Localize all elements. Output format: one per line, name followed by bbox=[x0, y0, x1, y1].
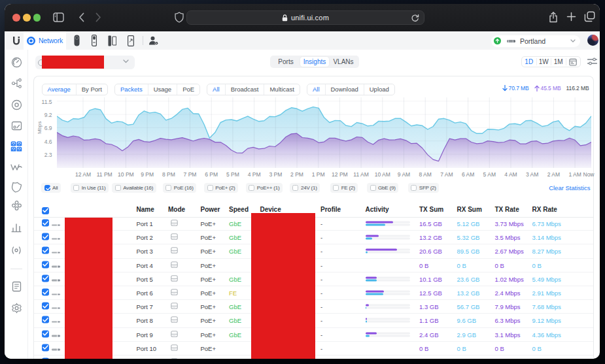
row-checkbox[interactable] bbox=[42, 303, 49, 310]
sidebar-item-wifi[interactable] bbox=[9, 159, 24, 175]
range-1m[interactable]: 1M bbox=[551, 58, 566, 65]
chip-checkbox[interactable] bbox=[207, 185, 213, 191]
sidebar-item-clients[interactable] bbox=[9, 118, 24, 133]
sidebar-item-vpn[interactable] bbox=[9, 197, 24, 213]
row-checkbox[interactable] bbox=[42, 261, 49, 268]
user-avatar[interactable] bbox=[587, 35, 598, 46]
range-1w[interactable]: 1W bbox=[537, 58, 552, 65]
connect-display-icon[interactable] bbox=[124, 34, 137, 47]
protect-camera-icon[interactable] bbox=[70, 34, 83, 47]
chip-checkbox[interactable] bbox=[115, 185, 121, 191]
port-name[interactable]: Port 5 bbox=[137, 275, 153, 282]
port-filter-chip[interactable]: PoE (16) bbox=[163, 183, 196, 193]
port-filter-chip[interactable]: In Use (11) bbox=[71, 183, 109, 193]
select-all-checkbox[interactable] bbox=[42, 207, 49, 214]
traffic-chart[interactable] bbox=[57, 97, 591, 168]
site-switcher[interactable]: Portland bbox=[491, 35, 580, 47]
filter-option[interactable]: Upload bbox=[364, 84, 394, 95]
port-name[interactable]: Port 3 bbox=[137, 248, 153, 255]
column-header-activity[interactable]: Activity bbox=[366, 206, 389, 213]
column-header-name[interactable]: Name bbox=[137, 206, 154, 213]
share-icon[interactable] bbox=[549, 12, 558, 23]
chip-checkbox[interactable] bbox=[411, 185, 417, 191]
filter-option[interactable]: PoE bbox=[177, 84, 199, 95]
chip-checkbox[interactable] bbox=[249, 185, 254, 191]
column-header-power[interactable]: Power bbox=[201, 206, 220, 213]
filter-option[interactable]: All bbox=[207, 84, 226, 95]
back-icon[interactable] bbox=[78, 12, 84, 22]
column-header-txsum[interactable]: TX Sum bbox=[419, 206, 443, 213]
calendar-icon[interactable] bbox=[566, 58, 581, 65]
port-name[interactable]: Port 7 bbox=[137, 303, 153, 310]
column-header-profile[interactable]: Profile bbox=[320, 206, 341, 213]
port-filter-chip[interactable]: All bbox=[41, 183, 61, 193]
chip-checkbox[interactable] bbox=[370, 185, 376, 191]
column-header-mode[interactable]: Mode bbox=[168, 206, 185, 213]
chip-checkbox[interactable] bbox=[165, 185, 171, 191]
sidebar-item-unifi-devices[interactable] bbox=[9, 97, 24, 112]
column-header-device[interactable]: Device bbox=[260, 206, 281, 213]
sidebar-item-settings[interactable] bbox=[9, 300, 24, 316]
port-name[interactable]: Port 2 bbox=[137, 234, 153, 241]
sidebar-item-system-log[interactable] bbox=[9, 278, 24, 294]
filter-option[interactable]: Multicast bbox=[264, 84, 299, 95]
tab-vlans[interactable]: VLANs bbox=[329, 57, 358, 67]
filter-option[interactable]: Download bbox=[326, 84, 364, 95]
clear-statistics-link[interactable]: Clear Statistics bbox=[549, 184, 590, 191]
ubiquiti-logo[interactable] bbox=[9, 31, 24, 50]
chip-checkbox[interactable] bbox=[44, 185, 50, 191]
port-filter-chip[interactable]: 24V (1) bbox=[290, 183, 320, 193]
address-bar[interactable]: unifi.ui.com bbox=[186, 10, 424, 25]
filter-option[interactable]: All bbox=[307, 84, 326, 95]
forward-icon[interactable] bbox=[95, 12, 101, 22]
row-checkbox[interactable] bbox=[42, 316, 49, 323]
filter-sliders-icon[interactable] bbox=[587, 58, 597, 65]
row-checkbox[interactable] bbox=[42, 358, 49, 359]
row-checkbox[interactable] bbox=[42, 289, 49, 296]
sidebar-item-hotspot[interactable] bbox=[9, 242, 24, 258]
access-reader-icon[interactable] bbox=[105, 34, 118, 47]
row-checkbox[interactable] bbox=[42, 274, 49, 282]
column-header-rxsum[interactable]: RX Sum bbox=[457, 206, 482, 213]
talk-phone-icon[interactable] bbox=[88, 34, 101, 47]
column-header-speed[interactable]: Speed bbox=[229, 206, 249, 213]
tab-overview-icon[interactable] bbox=[584, 11, 595, 22]
new-tab-icon[interactable] bbox=[566, 12, 576, 22]
sidebar-item-ports[interactable] bbox=[9, 139, 24, 154]
row-checkbox[interactable] bbox=[42, 247, 49, 254]
sidebar-item-security[interactable] bbox=[9, 179, 24, 195]
row-checkbox[interactable] bbox=[42, 220, 49, 227]
port-filter-chip[interactable]: FE (2) bbox=[330, 183, 358, 193]
zoom-button[interactable] bbox=[33, 14, 41, 22]
port-name[interactable]: Port 8 bbox=[137, 317, 153, 324]
port-name[interactable]: Port 10 bbox=[137, 344, 157, 352]
row-checkbox[interactable] bbox=[42, 344, 49, 351]
filter-option[interactable]: Broadcast bbox=[226, 84, 265, 95]
tab-ports[interactable]: Ports bbox=[271, 57, 300, 67]
filter-option[interactable]: Packets bbox=[115, 84, 148, 95]
port-name[interactable]: Port 1 bbox=[137, 220, 153, 227]
filter-option[interactable]: By Port bbox=[77, 84, 107, 95]
chip-checkbox[interactable] bbox=[292, 185, 298, 191]
port-name[interactable]: Port 6 bbox=[137, 290, 153, 297]
sidebar-item-insights[interactable] bbox=[9, 220, 24, 235]
sidebar-item-topology[interactable] bbox=[9, 75, 24, 91]
port-name[interactable]: Port 9 bbox=[137, 331, 153, 338]
port-filter-chip[interactable]: PoE++ (1) bbox=[246, 183, 283, 193]
port-filter-chip[interactable]: Available (16) bbox=[112, 183, 156, 193]
row-checkbox[interactable] bbox=[42, 330, 49, 337]
filter-option[interactable]: Usage bbox=[148, 84, 177, 95]
filter-option[interactable]: Average bbox=[43, 84, 77, 95]
column-header-rxrate[interactable]: RX Rate bbox=[532, 206, 557, 213]
close-button[interactable] bbox=[12, 14, 20, 22]
chip-checkbox[interactable] bbox=[333, 185, 339, 191]
column-header-txrate[interactable]: TX Rate bbox=[495, 206, 519, 213]
sidebar-item-dashboard[interactable] bbox=[9, 54, 24, 70]
row-checkbox[interactable] bbox=[42, 233, 49, 240]
tab-insights[interactable]: Insights bbox=[300, 57, 329, 67]
port-filter-chip[interactable]: GbE (9) bbox=[367, 183, 398, 193]
port-filter-chip[interactable]: SFP (2) bbox=[408, 183, 440, 193]
sidebar-toggle-icon[interactable] bbox=[53, 12, 64, 22]
privacy-shield-icon[interactable] bbox=[175, 12, 184, 23]
minimize-button[interactable] bbox=[23, 14, 31, 22]
